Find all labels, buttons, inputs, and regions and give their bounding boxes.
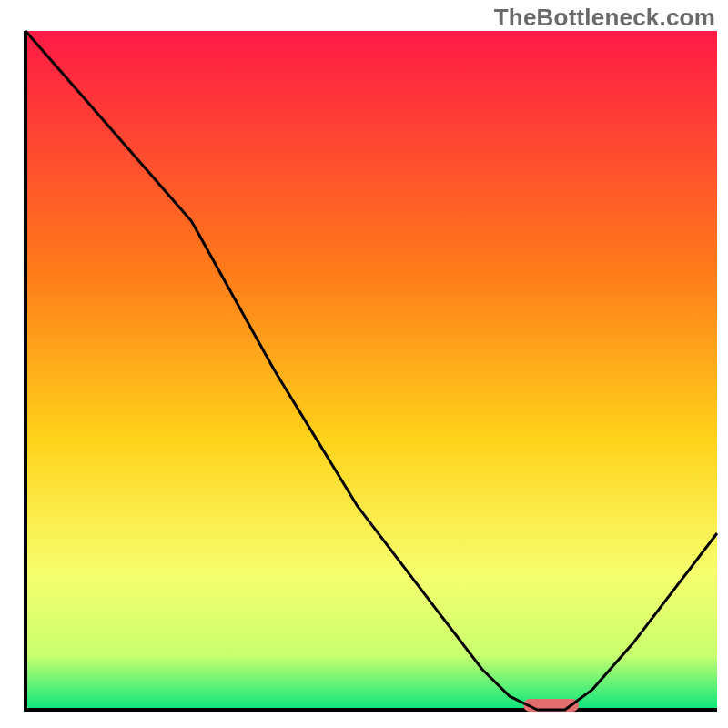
chart-stage: TheBottleneck.com: [0, 0, 728, 728]
plot-area: [25, 31, 717, 712]
watermark-text: TheBottleneck.com: [494, 4, 715, 32]
chart-svg: [0, 0, 728, 728]
gradient-background: [25, 31, 717, 710]
